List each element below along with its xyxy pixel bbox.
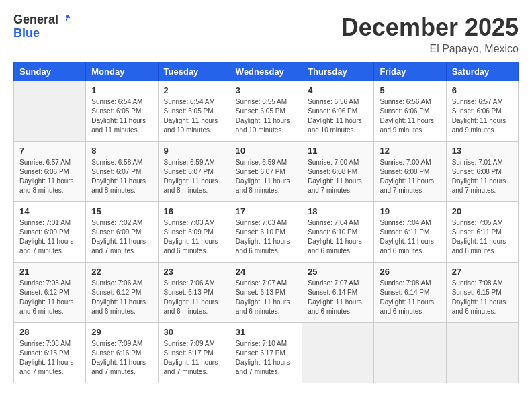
day-info: Sunrise: 6:56 AM Sunset: 6:06 PM Dayligh… bbox=[308, 97, 368, 135]
calendar-cell bbox=[14, 81, 86, 142]
calendar-week-row: 7Sunrise: 6:57 AM Sunset: 6:06 PM Daylig… bbox=[14, 142, 519, 202]
day-info: Sunrise: 6:59 AM Sunset: 6:07 PM Dayligh… bbox=[164, 158, 224, 195]
day-number: 26 bbox=[380, 267, 440, 277]
day-number: 17 bbox=[236, 206, 296, 216]
calendar-cell: 18Sunrise: 7:04 AM Sunset: 6:10 PM Dayli… bbox=[302, 202, 374, 263]
month-year-title: December 2025 bbox=[341, 13, 519, 42]
calendar-cell: 25Sunrise: 7:07 AM Sunset: 6:14 PM Dayli… bbox=[302, 263, 374, 323]
day-number: 16 bbox=[164, 206, 224, 216]
day-info: Sunrise: 7:03 AM Sunset: 6:09 PM Dayligh… bbox=[164, 218, 224, 256]
calendar-cell: 28Sunrise: 7:08 AM Sunset: 6:15 PM Dayli… bbox=[14, 323, 86, 383]
day-number: 12 bbox=[380, 146, 440, 156]
day-info: Sunrise: 6:54 AM Sunset: 6:05 PM Dayligh… bbox=[91, 97, 152, 135]
title-block: December 2025 El Papayo, Mexico bbox=[341, 13, 519, 55]
day-info: Sunrise: 7:00 AM Sunset: 6:08 PM Dayligh… bbox=[380, 158, 440, 195]
weekday-header-row: SundayMondayTuesdayWednesdayThursdayFrid… bbox=[14, 62, 519, 81]
calendar-cell: 30Sunrise: 7:09 AM Sunset: 6:17 PM Dayli… bbox=[158, 323, 230, 383]
weekday-header-monday: Monday bbox=[86, 62, 158, 81]
calendar-cell: 10Sunrise: 6:59 AM Sunset: 6:07 PM Dayli… bbox=[230, 142, 302, 202]
calendar-table: SundayMondayTuesdayWednesdayThursdayFrid… bbox=[13, 62, 519, 383]
day-info: Sunrise: 7:08 AM Sunset: 6:15 PM Dayligh… bbox=[452, 279, 513, 316]
calendar-cell: 13Sunrise: 7:01 AM Sunset: 6:08 PM Dayli… bbox=[446, 142, 518, 202]
calendar-cell: 19Sunrise: 7:04 AM Sunset: 6:11 PM Dayli… bbox=[374, 202, 446, 263]
day-number: 4 bbox=[308, 85, 368, 95]
day-number: 6 bbox=[452, 85, 513, 95]
day-number: 1 bbox=[91, 85, 152, 95]
day-info: Sunrise: 7:07 AM Sunset: 6:13 PM Dayligh… bbox=[236, 279, 296, 316]
day-number: 11 bbox=[308, 146, 368, 156]
calendar-cell: 5Sunrise: 6:56 AM Sunset: 6:06 PM Daylig… bbox=[374, 81, 446, 142]
day-info: Sunrise: 7:03 AM Sunset: 6:10 PM Dayligh… bbox=[236, 218, 296, 256]
day-number: 25 bbox=[308, 267, 368, 277]
calendar-cell: 22Sunrise: 7:06 AM Sunset: 6:12 PM Dayli… bbox=[86, 263, 158, 323]
day-number: 3 bbox=[236, 85, 296, 95]
calendar-week-row: 21Sunrise: 7:05 AM Sunset: 6:12 PM Dayli… bbox=[14, 263, 519, 323]
calendar-cell bbox=[446, 323, 518, 383]
day-number: 31 bbox=[236, 327, 296, 337]
day-info: Sunrise: 7:08 AM Sunset: 6:15 PM Dayligh… bbox=[19, 339, 80, 377]
day-info: Sunrise: 7:01 AM Sunset: 6:08 PM Dayligh… bbox=[452, 158, 513, 195]
day-info: Sunrise: 7:06 AM Sunset: 6:12 PM Dayligh… bbox=[91, 279, 152, 316]
day-number: 22 bbox=[91, 267, 152, 277]
day-info: Sunrise: 7:00 AM Sunset: 6:08 PM Dayligh… bbox=[308, 158, 368, 195]
day-number: 14 bbox=[19, 206, 80, 216]
day-number: 13 bbox=[452, 146, 513, 156]
calendar-cell: 16Sunrise: 7:03 AM Sunset: 6:09 PM Dayli… bbox=[158, 202, 230, 263]
page-header: General Blue December 2025 El Papayo, Me… bbox=[13, 13, 519, 55]
weekday-header-tuesday: Tuesday bbox=[158, 62, 230, 81]
logo-general-text: General bbox=[13, 13, 58, 27]
day-info: Sunrise: 7:08 AM Sunset: 6:14 PM Dayligh… bbox=[380, 279, 440, 316]
day-number: 8 bbox=[91, 146, 152, 156]
calendar-week-row: 14Sunrise: 7:01 AM Sunset: 6:09 PM Dayli… bbox=[14, 202, 519, 263]
weekday-header-sunday: Sunday bbox=[14, 62, 86, 81]
calendar-cell: 1Sunrise: 6:54 AM Sunset: 6:05 PM Daylig… bbox=[86, 81, 158, 142]
calendar-cell: 6Sunrise: 6:57 AM Sunset: 6:06 PM Daylig… bbox=[446, 81, 518, 142]
day-info: Sunrise: 6:57 AM Sunset: 6:06 PM Dayligh… bbox=[19, 158, 80, 195]
calendar-cell bbox=[374, 323, 446, 383]
calendar-cell: 29Sunrise: 7:09 AM Sunset: 6:16 PM Dayli… bbox=[86, 323, 158, 383]
calendar-cell: 26Sunrise: 7:08 AM Sunset: 6:14 PM Dayli… bbox=[374, 263, 446, 323]
day-number: 29 bbox=[91, 327, 152, 337]
calendar-cell: 3Sunrise: 6:55 AM Sunset: 6:05 PM Daylig… bbox=[230, 81, 302, 142]
day-info: Sunrise: 7:05 AM Sunset: 6:11 PM Dayligh… bbox=[452, 218, 513, 256]
calendar-cell: 27Sunrise: 7:08 AM Sunset: 6:15 PM Dayli… bbox=[446, 263, 518, 323]
calendar-cell: 14Sunrise: 7:01 AM Sunset: 6:09 PM Dayli… bbox=[14, 202, 86, 263]
day-info: Sunrise: 6:57 AM Sunset: 6:06 PM Dayligh… bbox=[452, 97, 513, 135]
day-number: 15 bbox=[91, 206, 152, 216]
day-info: Sunrise: 7:09 AM Sunset: 6:17 PM Dayligh… bbox=[164, 339, 224, 377]
day-number: 27 bbox=[452, 267, 513, 277]
calendar-cell: 21Sunrise: 7:05 AM Sunset: 6:12 PM Dayli… bbox=[14, 263, 86, 323]
calendar-cell: 11Sunrise: 7:00 AM Sunset: 6:08 PM Dayli… bbox=[302, 142, 374, 202]
weekday-header-saturday: Saturday bbox=[446, 62, 518, 81]
calendar-cell: 23Sunrise: 7:06 AM Sunset: 6:13 PM Dayli… bbox=[158, 263, 230, 323]
calendar-cell: 24Sunrise: 7:07 AM Sunset: 6:13 PM Dayli… bbox=[230, 263, 302, 323]
logo: General Blue bbox=[13, 13, 72, 40]
calendar-cell: 31Sunrise: 7:10 AM Sunset: 6:17 PM Dayli… bbox=[230, 323, 302, 383]
day-number: 18 bbox=[308, 206, 368, 216]
calendar-cell: 12Sunrise: 7:00 AM Sunset: 6:08 PM Dayli… bbox=[374, 142, 446, 202]
day-number: 10 bbox=[236, 146, 296, 156]
day-info: Sunrise: 7:05 AM Sunset: 6:12 PM Dayligh… bbox=[19, 279, 80, 316]
day-number: 28 bbox=[19, 327, 80, 337]
calendar-cell bbox=[302, 323, 374, 383]
weekday-header-wednesday: Wednesday bbox=[230, 62, 302, 81]
day-info: Sunrise: 7:06 AM Sunset: 6:13 PM Dayligh… bbox=[164, 279, 224, 316]
location-subtitle: El Papayo, Mexico bbox=[341, 43, 519, 55]
day-number: 20 bbox=[452, 206, 513, 216]
day-info: Sunrise: 6:55 AM Sunset: 6:05 PM Dayligh… bbox=[236, 97, 296, 135]
calendar-cell: 4Sunrise: 6:56 AM Sunset: 6:06 PM Daylig… bbox=[302, 81, 374, 142]
day-number: 21 bbox=[19, 267, 80, 277]
day-info: Sunrise: 7:10 AM Sunset: 6:17 PM Dayligh… bbox=[236, 339, 296, 377]
calendar-cell: 9Sunrise: 6:59 AM Sunset: 6:07 PM Daylig… bbox=[158, 142, 230, 202]
day-number: 30 bbox=[164, 327, 224, 337]
day-number: 5 bbox=[380, 85, 440, 95]
calendar-cell: 20Sunrise: 7:05 AM Sunset: 6:11 PM Dayli… bbox=[446, 202, 518, 263]
logo-bird-icon bbox=[60, 14, 72, 26]
day-number: 7 bbox=[19, 146, 80, 156]
day-info: Sunrise: 7:02 AM Sunset: 6:09 PM Dayligh… bbox=[91, 218, 152, 256]
calendar-cell: 17Sunrise: 7:03 AM Sunset: 6:10 PM Dayli… bbox=[230, 202, 302, 263]
day-info: Sunrise: 6:58 AM Sunset: 6:07 PM Dayligh… bbox=[91, 158, 152, 195]
day-info: Sunrise: 7:09 AM Sunset: 6:16 PM Dayligh… bbox=[91, 339, 152, 377]
calendar-cell: 15Sunrise: 7:02 AM Sunset: 6:09 PM Dayli… bbox=[86, 202, 158, 263]
day-info: Sunrise: 7:04 AM Sunset: 6:10 PM Dayligh… bbox=[308, 218, 368, 256]
